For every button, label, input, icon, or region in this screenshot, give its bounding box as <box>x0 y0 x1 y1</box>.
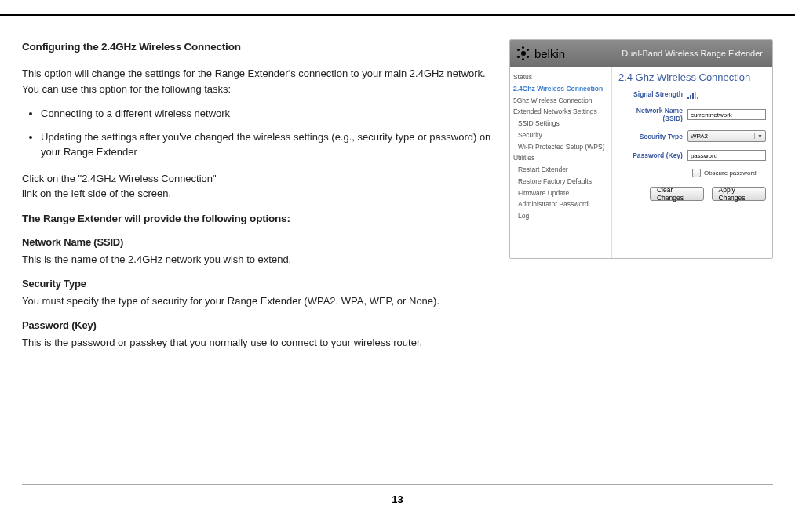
product-title: Dual-Band Wireless Range Extender <box>622 49 766 58</box>
doc-heading-options: The Range Extender will provide the foll… <box>22 211 495 227</box>
sidebar-item[interactable]: SSID Settings <box>513 118 608 129</box>
doc-text-ssid: This is the name of the 2.4GHz network y… <box>22 252 495 268</box>
doc-heading: Configuring the 2.4GHz Wireless Connecti… <box>22 39 495 55</box>
password-input[interactable] <box>687 150 766 161</box>
sidebar-item[interactable]: Firmware Update <box>513 188 608 199</box>
button-row: Clear Changes Apply Changes <box>650 187 766 201</box>
security-type-label: Security Type <box>618 133 687 140</box>
sidebar-item[interactable]: Restore Factory Defaults <box>513 176 608 188</box>
main-pane: 2.4 Ghz Wireless Connection Signal Stren… <box>612 67 772 258</box>
sidebar-item[interactable]: 2.4Ghz Wireless Connection <box>513 83 608 95</box>
password-label: Password (Key) <box>618 151 687 159</box>
doc-text-password: This is the password or passkey that you… <box>22 335 495 351</box>
doc-heading-password: Password (Key) <box>22 318 495 333</box>
doc-instruction: Click on the "2.4GHz Wireless Connection… <box>22 171 495 202</box>
signal-strength-row: Signal Strength <box>618 89 766 99</box>
sidebar-item[interactable]: Wi-Fi Protected Setup (WPS) <box>513 141 608 153</box>
screenshot-panel: belkin Dual-Band Wireless Range Extender… <box>509 39 773 259</box>
ssid-row: Network Name (SSID) <box>618 107 766 122</box>
footer-divider <box>22 484 773 485</box>
obscure-password-row: Obscure password <box>692 169 766 177</box>
top-border <box>0 0 795 16</box>
app-header: belkin Dual-Band Wireless Range Extender <box>510 40 772 67</box>
doc-text-security: You must specify the type of security fo… <box>22 293 495 309</box>
security-type-select[interactable]: WPA2 ▼ <box>687 130 766 142</box>
belkin-dots-icon <box>516 46 531 60</box>
signal-strength-label: Signal Strength <box>618 90 687 98</box>
clear-changes-button[interactable]: Clear Changes <box>650 187 704 201</box>
sidebar-item[interactable]: 5Ghz Wireless Connection <box>513 95 608 107</box>
brand-logo: belkin <box>516 46 565 60</box>
ssid-label: Network Name (SSID) <box>618 107 687 122</box>
sidebar-item[interactable]: Administrator Password <box>513 199 608 210</box>
doc-heading-security: Security Type <box>22 276 495 292</box>
page-number: 13 <box>0 494 795 505</box>
sidebar-item[interactable]: Restart Extender <box>513 164 608 176</box>
doc-bullet-list: Connecting to a different wireless netwo… <box>41 106 495 160</box>
password-row: Password (Key) <box>618 150 766 161</box>
apply-changes-button[interactable]: Apply Changes <box>712 187 766 201</box>
signal-strength-icon <box>687 89 766 99</box>
obscure-password-label: Obscure password <box>704 169 757 177</box>
doc-bullet: Connecting to a different wireless netwo… <box>41 106 495 122</box>
doc-bullet: Updating the settings after you've chang… <box>41 129 495 160</box>
security-type-row: Security Type WPA2 ▼ <box>618 130 766 142</box>
documentation-column: Configuring the 2.4GHz Wireless Connecti… <box>22 39 495 359</box>
sidebar-nav: Status2.4Ghz Wireless Connection5Ghz Wir… <box>510 67 612 258</box>
sidebar-item[interactable]: Status <box>513 71 608 83</box>
page-title: 2.4 Ghz Wireless Connection <box>618 71 766 83</box>
ssid-input[interactable] <box>687 109 766 120</box>
chevron-down-icon: ▼ <box>754 133 763 139</box>
brand-name: belkin <box>534 47 565 60</box>
sidebar-item[interactable]: Security <box>513 129 608 141</box>
security-type-value: WPA2 <box>691 133 708 140</box>
obscure-password-checkbox[interactable] <box>692 169 701 177</box>
doc-heading-ssid: Network Name (SSID) <box>22 235 495 250</box>
doc-intro: This option will change the settings for… <box>22 66 495 97</box>
sidebar-item[interactable]: Extended Networks Settings <box>513 106 608 118</box>
sidebar-item[interactable]: Log <box>513 210 608 222</box>
page-content: Configuring the 2.4GHz Wireless Connecti… <box>0 16 795 359</box>
sidebar-item[interactable]: Utilities <box>513 152 608 164</box>
